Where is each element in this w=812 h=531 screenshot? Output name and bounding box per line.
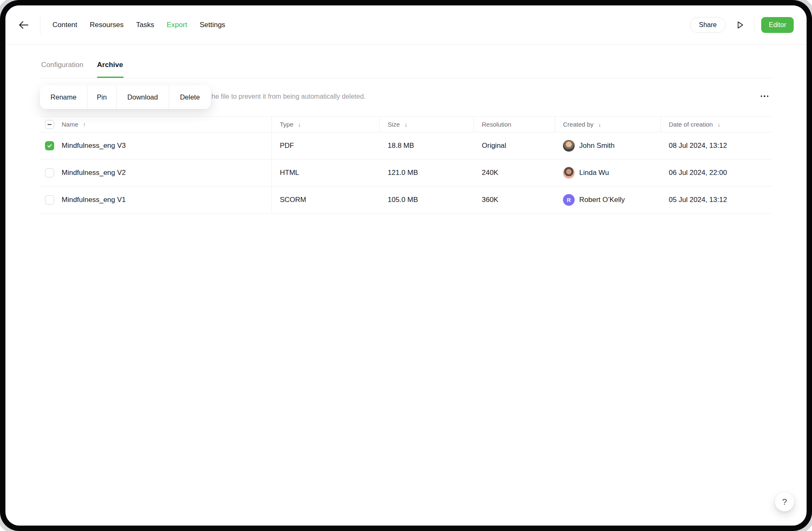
- nav-item-export[interactable]: Export: [166, 19, 188, 31]
- column-label: Type: [280, 121, 294, 128]
- column-header-type[interactable]: Type↓: [272, 117, 380, 132]
- device-frame: ContentResoursesTasksExportSettings Shar…: [0, 0, 812, 531]
- creator-avatar: R: [563, 194, 575, 206]
- tab-label: Archive: [97, 61, 123, 69]
- size-cell: 121.0 MB: [380, 160, 474, 186]
- nav-item-tasks[interactable]: Tasks: [135, 19, 155, 31]
- share-button[interactable]: Share: [690, 17, 726, 33]
- header-divider: [40, 15, 40, 35]
- row-checkbox[interactable]: [45, 168, 54, 177]
- table-row[interactable]: Mindfulness_eng V3 PDF 18.8 MB Original …: [40, 132, 772, 160]
- tab-label: Configuration: [41, 61, 83, 69]
- date-cell: 06 Jul 2024, 22:00: [661, 160, 772, 186]
- sort-desc-icon: ↓: [404, 121, 407, 128]
- sort-desc-icon: ↓: [598, 121, 601, 128]
- type-cell: HTML: [272, 160, 380, 186]
- help-button[interactable]: ?: [775, 492, 794, 511]
- size-cell: 18.8 MB: [380, 132, 474, 159]
- arrow-left-icon: [19, 21, 29, 29]
- creation-date: 08 Jul 2024, 13:12: [669, 142, 727, 150]
- date-cell: 08 Jul 2024, 13:12: [661, 132, 772, 159]
- creator-name: Linda Wu: [579, 169, 609, 177]
- created-by-cell: John Smith: [555, 132, 661, 159]
- check-icon: [47, 143, 52, 149]
- screenshot-stage: ContentResoursesTasksExportSettings Shar…: [0, 0, 812, 531]
- file-resolution: 360K: [482, 196, 498, 204]
- creator-name: Robert O’Kelly: [579, 196, 625, 204]
- name-cell: Mindfulness_eng V1: [40, 187, 272, 213]
- size-cell: 105.0 MB: [380, 187, 474, 213]
- top-navigation-bar: ContentResoursesTasksExportSettings Shar…: [5, 5, 807, 45]
- delete-button[interactable]: Delete: [169, 85, 211, 109]
- editor-button[interactable]: Editor: [761, 17, 794, 33]
- type-cell: PDF: [272, 132, 380, 159]
- resolution-cell: Original: [474, 132, 555, 159]
- avatar-initial: R: [567, 197, 570, 203]
- ellipsis-icon: [761, 95, 762, 97]
- table-row[interactable]: Mindfulness_eng V2 HTML 121.0 MB 240K Li…: [40, 160, 772, 187]
- row-checkbox[interactable]: [45, 195, 54, 204]
- file-name: Mindfulness_eng V3: [62, 142, 126, 150]
- resolution-cell: 360K: [474, 187, 555, 213]
- column-label: Date of creation: [669, 121, 713, 128]
- pin-button[interactable]: Pin: [87, 85, 116, 109]
- column-header-created-by[interactable]: Created by↓: [555, 117, 661, 132]
- sort-desc-icon: ↓: [717, 121, 720, 128]
- more-options-button[interactable]: [757, 89, 772, 104]
- column-header-size[interactable]: Size↓: [380, 117, 474, 132]
- resolution-cell: 240K: [474, 160, 555, 186]
- nav-item-settings[interactable]: Settings: [199, 19, 226, 31]
- sort-desc-icon: ↓: [298, 121, 301, 128]
- topbar-actions: Share Editor: [690, 5, 794, 45]
- column-label: Created by: [563, 121, 593, 128]
- sort-asc-icon: ↑: [83, 121, 86, 128]
- column-label: Name: [62, 121, 78, 128]
- tab-archive[interactable]: Archive: [97, 59, 123, 71]
- play-icon: [735, 20, 745, 30]
- file-type: HTML: [280, 169, 299, 177]
- ellipsis-icon: [764, 95, 765, 97]
- file-resolution: Original: [482, 142, 506, 150]
- main-nav: ContentResoursesTasksExportSettings: [52, 5, 226, 45]
- app-window: ContentResoursesTasksExportSettings Shar…: [5, 5, 807, 526]
- column-header-date-of-creation[interactable]: Date of creation↓: [661, 117, 772, 132]
- ellipsis-icon: [767, 95, 769, 97]
- creation-date: 06 Jul 2024, 22:00: [669, 169, 727, 177]
- file-size: 18.8 MB: [388, 142, 414, 150]
- name-cell: Mindfulness_eng V3: [40, 132, 272, 159]
- name-cell: Mindfulness_eng V2: [40, 160, 272, 186]
- column-label: Size: [388, 121, 400, 128]
- row-checkbox[interactable]: [45, 141, 54, 150]
- table-header-row: Name↑Type↓Size↓ResolutionCreated by↓Date…: [40, 116, 772, 132]
- file-name: Mindfulness_eng V2: [62, 169, 126, 177]
- nav-item-content[interactable]: Content: [52, 19, 78, 31]
- file-type: PDF: [280, 142, 294, 150]
- created-by-cell: R Robert O’Kelly: [555, 187, 661, 213]
- creator-avatar: [563, 167, 575, 179]
- select-all-checkbox[interactable]: [45, 120, 54, 129]
- play-preview-button[interactable]: [732, 17, 747, 32]
- selection-toolbar: RenamePinDownloadDelete: [40, 85, 211, 109]
- creator-name: John Smith: [579, 142, 615, 150]
- nav-item-resourses[interactable]: Resourses: [89, 19, 125, 31]
- topbar-divider: [754, 17, 755, 33]
- column-header-resolution[interactable]: Resolution: [474, 117, 555, 132]
- table-row[interactable]: Mindfulness_eng V1 SCORM 105.0 MB 360K R…: [40, 187, 772, 214]
- tab-configuration[interactable]: Configuration: [41, 59, 83, 71]
- file-resolution: 240K: [482, 169, 498, 177]
- created-by-cell: Linda Wu: [555, 160, 661, 186]
- file-name: Mindfulness_eng V1: [62, 196, 126, 204]
- date-cell: 05 Jul 2024, 13:12: [661, 187, 772, 213]
- hint-text: he file to prevent it from being automat…: [212, 93, 366, 100]
- back-button[interactable]: [15, 17, 32, 33]
- file-size: 121.0 MB: [388, 169, 418, 177]
- download-button[interactable]: Download: [117, 85, 169, 109]
- table-body: Mindfulness_eng V3 PDF 18.8 MB Original …: [40, 132, 772, 214]
- creator-avatar: [563, 140, 575, 152]
- type-cell: SCORM: [272, 187, 380, 213]
- creation-date: 05 Jul 2024, 13:12: [669, 196, 727, 204]
- rename-button[interactable]: Rename: [40, 85, 87, 109]
- column-header-name[interactable]: Name↑: [40, 117, 272, 132]
- tab-bar-baseline: [40, 78, 772, 78]
- file-type: SCORM: [280, 196, 306, 204]
